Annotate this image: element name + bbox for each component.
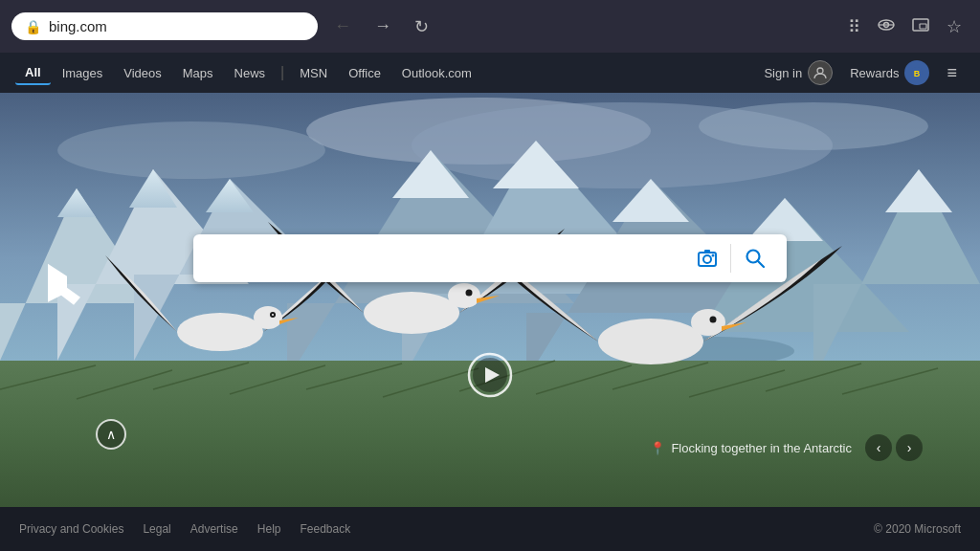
caption-next-button[interactable]: › [896,434,923,461]
reading-mode-button[interactable] [871,12,902,40]
svg-point-44 [254,306,282,329]
bing-logo [40,258,88,327]
footer-privacy[interactable]: Privacy and Cookies [19,522,123,536]
footer-help[interactable]: Help [257,522,281,536]
picture-in-picture-button[interactable] [905,12,936,40]
search-input[interactable] [205,249,688,269]
footer: Privacy and Cookies Legal Advertise Help… [0,507,980,551]
svg-point-49 [466,290,473,297]
favorites-button[interactable]: ☆ [940,12,969,41]
svg-rect-58 [704,250,710,253]
nav-office[interactable]: Office [339,62,390,84]
svg-point-52 [710,317,717,323]
address-bar[interactable]: 🔒 bing.com [11,12,318,40]
reload-button[interactable]: ↻ [408,12,435,41]
rewards-label: Rewards [850,66,899,80]
svg-point-11 [57,121,325,179]
nav-all[interactable]: All [15,61,51,85]
nav-divider: | [280,64,284,81]
url-text: bing.com [49,18,304,34]
svg-rect-4 [920,24,926,29]
image-caption: 📍 Flocking together in the Antarctic ‹ › [650,434,923,461]
nav-maps[interactable]: Maps [173,62,223,84]
search-bar [193,234,787,282]
forward-button[interactable]: → [368,12,398,40]
rewards-button[interactable]: Rewards B [842,56,937,89]
back-button[interactable]: ← [327,12,358,40]
nav-news[interactable]: News [225,62,276,84]
footer-advertise[interactable]: Advertise [190,522,238,536]
nav-images[interactable]: Images [53,62,113,84]
bing-navbar: All Images Videos Maps News | MSN Office… [0,53,980,93]
svg-point-47 [364,292,459,334]
svg-point-46 [272,314,274,316]
search-container [193,234,787,282]
sign-in-label: Sign in [764,66,802,80]
nav-outlook[interactable]: Outlook.com [392,62,481,84]
user-avatar [808,60,833,85]
search-button[interactable] [735,244,775,273]
rewards-icon: B [904,60,929,85]
camera-search-button[interactable] [688,243,726,274]
apps-button[interactable]: ⠿ [841,12,867,41]
svg-point-12 [699,102,928,150]
footer-legal[interactable]: Legal [143,522,170,536]
copyright-text: © 2020 Microsoft [874,522,961,536]
nav-videos[interactable]: Videos [114,62,171,84]
hamburger-menu[interactable]: ≡ [939,59,965,87]
svg-text:B: B [914,69,921,78]
nav-msn[interactable]: MSN [290,62,337,84]
caption-navigation: ‹ › [865,434,923,461]
svg-line-61 [758,261,764,267]
caption-prev-button[interactable]: ‹ [865,434,892,461]
location-icon: 📍 [650,441,665,455]
caption-text: Flocking together in the Antarctic [671,441,852,455]
main-content: ∧ 📍 Flocking together in the Antarctic ‹… [0,93,980,507]
search-divider [730,244,731,273]
svg-point-43 [177,313,263,351]
svg-point-59 [712,254,715,257]
svg-point-57 [703,255,711,263]
lock-icon: 🔒 [25,19,41,34]
footer-feedback[interactable]: Feedback [300,522,350,536]
scroll-up-button[interactable]: ∧ [96,419,126,450]
browser-chrome: 🔒 bing.com ← → ↻ ⠿ ☆ [0,0,980,53]
svg-point-50 [598,319,703,364]
sign-in-button[interactable]: Sign in [756,56,840,89]
svg-point-5 [817,68,823,74]
svg-point-51 [691,309,725,336]
svg-point-48 [448,283,480,308]
footer-links: Privacy and Cookies Legal Advertise Help… [19,522,350,536]
browser-toolbar: ⠿ ☆ [841,12,969,41]
